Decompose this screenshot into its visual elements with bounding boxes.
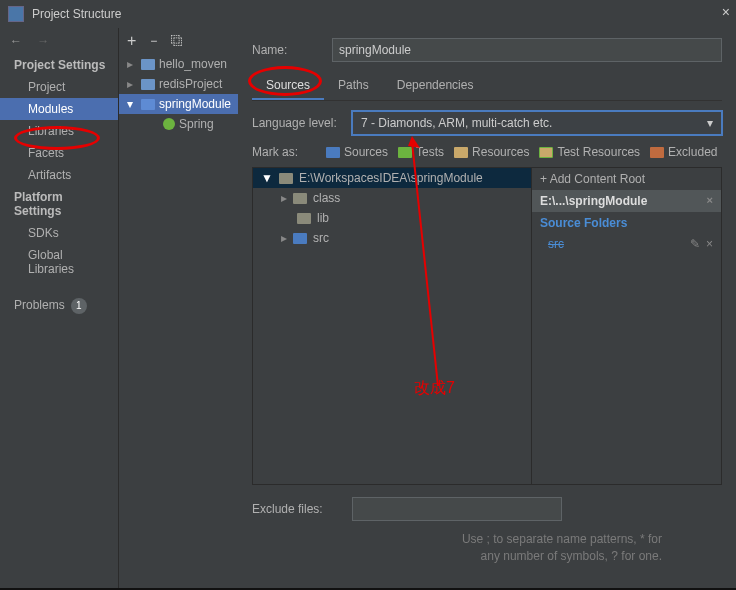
tab-dependencies[interactable]: Dependencies	[383, 72, 488, 100]
nav-project[interactable]: Project	[0, 76, 118, 98]
edit-icon[interactable]: ✎	[690, 237, 700, 251]
add-content-root[interactable]: + Add Content Root	[532, 168, 721, 190]
folder-tests-icon	[398, 147, 412, 158]
module-tabs: Sources Paths Dependencies	[252, 72, 722, 101]
nav-artifacts[interactable]: Artifacts	[0, 164, 118, 186]
expand-icon: ▸	[127, 57, 137, 71]
mark-sources[interactable]: Sources	[326, 145, 388, 159]
folder-icon	[297, 213, 311, 224]
remove-icon[interactable]: ×	[706, 237, 713, 251]
window-title: Project Structure	[32, 7, 121, 21]
expand-icon: ▸	[127, 77, 137, 91]
module-name-input[interactable]	[332, 38, 722, 62]
remove-icon[interactable]: −	[150, 34, 157, 48]
source-folders-label: Source Folders	[532, 212, 721, 234]
folder-source-icon	[293, 233, 307, 244]
folder-resources-icon	[454, 147, 468, 158]
exclude-files-label: Exclude files:	[252, 502, 352, 516]
content-root-side: + Add Content Root E:\...\springModule ×…	[532, 167, 722, 485]
tree-item[interactable]: ▸redisProject	[119, 74, 238, 94]
spring-icon	[163, 118, 175, 130]
folder-icon	[293, 193, 307, 204]
folder-lib[interactable]: lib	[253, 208, 531, 228]
language-level-label: Language level:	[252, 116, 352, 130]
forward-icon[interactable]: →	[37, 34, 49, 48]
language-level-select[interactable]: 7 - Diamonds, ARM, multi-catch etc. ▾	[352, 111, 722, 135]
exclude-files-input[interactable]	[352, 497, 562, 521]
nav-facets[interactable]: Facets	[0, 142, 118, 164]
source-folder-item[interactable]: src ✎ ×	[532, 234, 721, 254]
nav-sdks[interactable]: SDKs	[0, 222, 118, 244]
back-icon[interactable]: ←	[10, 34, 22, 48]
tree-item[interactable]: Spring	[119, 114, 238, 134]
module-icon	[141, 59, 155, 70]
chevron-down-icon: ▾	[707, 116, 713, 130]
mark-as-label: Mark as:	[252, 145, 316, 159]
nav-modules[interactable]: Modules	[0, 98, 118, 120]
module-tree: + − ⿻ ▸hello_moven▸redisProject▾springMo…	[118, 28, 238, 588]
tree-item[interactable]: ▾springModule	[119, 94, 238, 114]
nav-heading-platform: Platform Settings	[0, 186, 118, 222]
module-editor: Name: Sources Paths Dependencies Languag…	[238, 28, 736, 588]
nav-heading-project: Project Settings	[0, 54, 118, 76]
content-root-tree[interactable]: ▼ E:\WorkspacesIDEA\springModule ▸class …	[252, 167, 532, 485]
mark-tests[interactable]: Tests	[398, 145, 444, 159]
remove-root-icon[interactable]: ×	[707, 194, 713, 208]
tree-toolbar: + − ⿻	[119, 28, 238, 54]
settings-nav: ← → Project Settings Project Modules Lib…	[0, 28, 118, 588]
exclude-hint: Use ; to separate name patterns, * for a…	[252, 531, 722, 565]
folder-class[interactable]: ▸class	[253, 188, 531, 208]
tab-sources[interactable]: Sources	[252, 72, 324, 100]
add-icon[interactable]: +	[127, 32, 136, 50]
titlebar: Project Structure ×	[0, 0, 736, 28]
module-icon	[141, 79, 155, 90]
tree-item-label: redisProject	[159, 77, 222, 91]
close-icon[interactable]: ×	[722, 4, 730, 20]
tab-paths[interactable]: Paths	[324, 72, 383, 100]
tree-item[interactable]: ▸hello_moven	[119, 54, 238, 74]
folder-icon	[279, 173, 293, 184]
folder-sources-icon	[326, 147, 340, 158]
dialog-body: ← → Project Settings Project Modules Lib…	[0, 28, 736, 588]
folder-test-resources-icon	[539, 147, 553, 158]
nav-problems[interactable]: Problems1	[0, 294, 118, 318]
mark-test-resources[interactable]: Test Resources	[539, 145, 640, 159]
folder-src[interactable]: ▸src	[253, 228, 531, 248]
module-icon	[141, 99, 155, 110]
root-folder-row[interactable]: ▼ E:\WorkspacesIDEA\springModule	[253, 168, 531, 188]
copy-icon[interactable]: ⿻	[171, 34, 183, 48]
folder-excluded-icon	[650, 147, 664, 158]
mark-resources[interactable]: Resources	[454, 145, 529, 159]
content-root-path[interactable]: E:\...\springModule ×	[532, 190, 721, 212]
tree-item-label: springModule	[159, 97, 231, 111]
expand-icon: ▾	[127, 97, 137, 111]
name-label: Name:	[252, 43, 332, 57]
tree-item-label: hello_moven	[159, 57, 227, 71]
nav-back-forward: ← →	[0, 34, 118, 54]
nav-global-libs[interactable]: Global Libraries	[0, 244, 118, 280]
mark-excluded[interactable]: Excluded	[650, 145, 717, 159]
nav-libraries[interactable]: Libraries	[0, 120, 118, 142]
problems-badge: 1	[71, 298, 87, 314]
tree-item-label: Spring	[179, 117, 214, 131]
app-icon	[8, 6, 24, 22]
